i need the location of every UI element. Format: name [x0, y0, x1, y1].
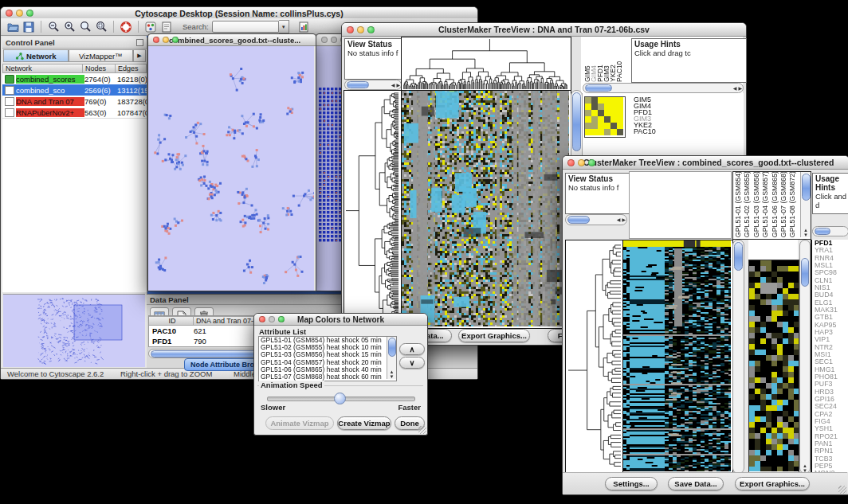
minimize-button[interactable] — [331, 37, 337, 43]
move-up-button[interactable]: ∧ — [399, 343, 425, 355]
close-button[interactable] — [153, 37, 159, 43]
network-table-row[interactable]: combined_scores 2764(0) 16218(0) — [2, 73, 147, 84]
column-label[interactable]: GPL51-04 (GSM857) — [761, 171, 770, 237]
annotation-button[interactable] — [159, 20, 175, 34]
column-label[interactable]: PAC10 — [615, 61, 622, 82]
scroll-thumb[interactable] — [734, 242, 743, 271]
tv2-usage-hscrollbar[interactable] — [812, 226, 848, 236]
network-table-row[interactable]: RNAPuberNov2+ 563(0) 107847(0) — [2, 107, 147, 118]
zoom-selected-button[interactable] — [93, 20, 109, 34]
resize-grip[interactable] — [418, 426, 426, 434]
column-label[interactable]: GPL51-06 (GSM865) — [771, 171, 779, 237]
close-button[interactable] — [6, 10, 13, 17]
tv1-row-dendrogram-canvas[interactable] — [344, 91, 399, 326]
zoom-button[interactable] — [26, 10, 33, 17]
column-label[interactable]: GPL51-02 (GSM855) — [743, 171, 752, 237]
tv1-heatmap-canvas[interactable] — [402, 91, 569, 326]
column-label[interactable]: YKE2 — [609, 64, 615, 82]
minimize-button[interactable] — [357, 26, 364, 33]
save-data-button[interactable]: Save Data... — [668, 477, 724, 490]
minimize-button[interactable] — [578, 159, 585, 166]
close-button[interactable] — [567, 159, 575, 166]
tv2-titlebar[interactable]: ClusterMaker TreeView : combined_scores_… — [563, 156, 848, 170]
arrow-left-icon[interactable]: ◀ — [616, 217, 622, 222]
tv2-vscrollbar[interactable] — [732, 240, 744, 474]
move-down-button[interactable]: ∨ — [399, 357, 425, 369]
tv2-zoom-heatmap-canvas[interactable] — [749, 260, 799, 471]
scroll-thumb[interactable] — [801, 258, 809, 287]
tv1-zoom-hscrollbar[interactable]: ◀ ▶ — [583, 83, 744, 93]
row-label[interactable]: PAC10 — [634, 128, 689, 135]
close-button[interactable] — [321, 37, 328, 43]
col-header-network[interactable]: Network — [2, 64, 83, 73]
tv2-row-dendrogram-canvas[interactable] — [566, 240, 622, 471]
column-label[interactable]: GPL51-08 (GSM872) — [788, 171, 797, 237]
zoom-out-button[interactable] — [45, 20, 61, 34]
tv2-zoom-vscrollbar[interactable]: ▲ ▼ — [799, 240, 811, 474]
close-button[interactable] — [347, 26, 354, 33]
arrow-down-icon[interactable]: ▼ — [803, 232, 809, 237]
scroll-thumb[interactable] — [388, 338, 396, 357]
column-label[interactable]: GIM5 — [583, 65, 590, 82]
arrow-right-icon[interactable]: ▶ — [737, 86, 743, 91]
close-button[interactable] — [259, 316, 265, 322]
scroll-thumb[interactable] — [567, 216, 590, 224]
tv1-column-dendrogram-canvas[interactable] — [402, 37, 569, 90]
network-table-row[interactable]: DNA and Tran 07 769(0) 183728(0) — [2, 96, 147, 107]
arrow-right-icon[interactable]: ▶ — [621, 217, 626, 222]
minimize-button[interactable] — [163, 37, 169, 43]
zoom-button[interactable] — [367, 26, 375, 33]
minimize-button[interactable] — [269, 316, 275, 322]
network1-canvas[interactable] — [148, 46, 314, 291]
attribute-list-item[interactable]: GPL51-01 (GSM854) heat shock 05 min — [259, 337, 385, 344]
arrow-left-icon[interactable]: ◀ — [732, 86, 738, 91]
save-session-button[interactable] — [21, 20, 37, 34]
column-label[interactable]: GPL51-03 (GSM856) — [752, 171, 761, 237]
help-button[interactable] — [118, 20, 134, 34]
search-dropdown-button[interactable]: ▼ — [279, 20, 289, 33]
export-graphics-button[interactable]: Export Graphics... — [735, 477, 810, 490]
net1-titlebar[interactable]: combined_scores_good.txt--cluste... — [148, 34, 316, 46]
tab-vizmapper[interactable]: VizMapper™ — [69, 49, 134, 62]
column-label[interactable]: GPL51-07 (GSM868) — [779, 171, 788, 237]
col-header-edges[interactable]: Edges — [116, 64, 147, 73]
search-input[interactable] — [212, 21, 279, 33]
dp-col-id[interactable]: ID — [149, 316, 194, 326]
minimize-button[interactable] — [16, 10, 23, 17]
scroll-thumb[interactable] — [585, 84, 612, 92]
vizmap-palette-button[interactable] — [143, 20, 159, 34]
attribute-list-scrollbar[interactable]: ▲ ▼ — [387, 337, 396, 379]
tv1-mini-heatmap-canvas[interactable] — [585, 97, 623, 135]
scroll-thumb[interactable] — [572, 92, 581, 151]
tab-overflow-button[interactable]: ▶ — [133, 49, 146, 62]
zoom-in-button[interactable] — [61, 20, 77, 34]
dialog-titlebar[interactable]: Map Colors to Network — [254, 314, 427, 326]
report-button[interactable] — [296, 20, 312, 34]
network-overview-canvas[interactable] — [3, 294, 145, 367]
attribute-list-item[interactable]: GPL51-06 (GSM865) heat shock 40 min — [259, 366, 385, 373]
tv1-status-hscrollbar[interactable]: ◀ ▶ — [344, 80, 402, 90]
arrow-right-icon[interactable]: ▶ — [395, 83, 401, 88]
column-label[interactable]: GIM4 — [590, 65, 596, 82]
create-vizmap-button[interactable]: Create Vizmap — [337, 416, 391, 430]
zoom-button[interactable] — [172, 37, 179, 43]
zoom-fit-button[interactable] — [77, 20, 93, 34]
animate-vizmap-button[interactable]: Animate Vizmap — [265, 416, 334, 430]
settings-button[interactable]: Settings... — [605, 477, 658, 490]
scroll-thumb[interactable] — [802, 174, 811, 201]
slider-thumb[interactable] — [334, 393, 346, 404]
column-label[interactable]: PFD1 — [596, 64, 603, 82]
float-panel-icon[interactable] — [136, 39, 143, 46]
tab-network[interactable]: Network — [3, 49, 69, 62]
col-header-nodes[interactable]: Nodes — [83, 64, 116, 73]
scroll-thumb[interactable] — [815, 228, 830, 235]
attribute-list-item[interactable]: GPL51-07 (GSM868) heat shock 60 min — [259, 373, 385, 381]
column-label[interactable]: GPL51-01 (GSM854) — [734, 171, 743, 237]
tv2-status-hscrollbar[interactable]: ◀ ▶ — [565, 214, 627, 225]
zoom-button[interactable] — [588, 159, 595, 166]
attribute-list-item[interactable]: GPL51-02 (GSM855) heat shock 10 min — [259, 344, 385, 351]
tv1-titlebar[interactable]: ClusterMaker TreeView : DNA and Tran 07-… — [342, 23, 746, 37]
open-session-button[interactable] — [5, 20, 21, 34]
column-label[interactable]: GIM3 — [603, 65, 609, 82]
scroll-thumb[interactable] — [347, 81, 369, 88]
